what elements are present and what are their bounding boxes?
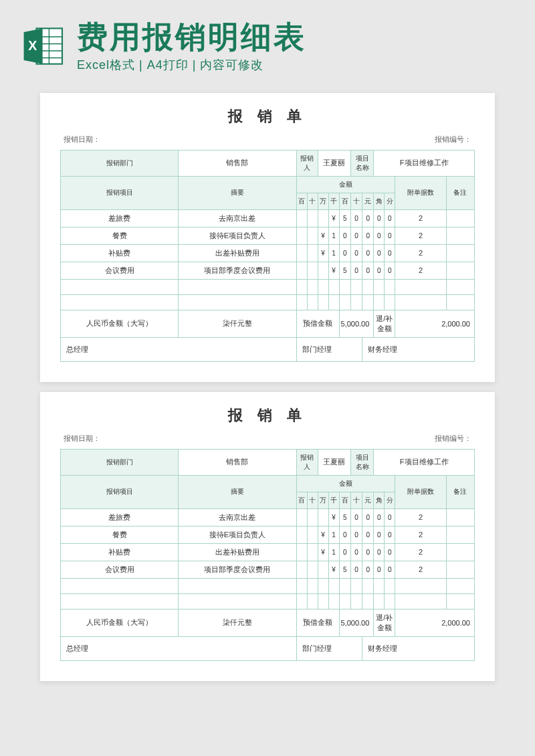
digit-cell: 0 — [362, 508, 374, 526]
summary-cell: 项目部季度会议费用 — [179, 262, 296, 279]
digit-h: 分 — [385, 492, 395, 508]
item-cell: 差旅费 — [61, 209, 179, 227]
digit-h: 千 — [328, 492, 339, 508]
amount-header: 金额 — [296, 176, 395, 193]
digit-cell: 0 — [362, 209, 374, 227]
digit-cell — [307, 244, 318, 262]
page-header: X 费用报销明细表 Excel格式 | A4打印 | 内容可修改 — [0, 0, 535, 83]
digit-h: 百 — [339, 492, 350, 508]
sign-gm: 总经理 — [61, 636, 297, 660]
total-words: 柒仟元整 — [179, 310, 296, 337]
digit-cell: 0 — [350, 209, 362, 227]
form-title: 报 销 单 — [60, 405, 475, 426]
amount-header: 金额 — [296, 475, 395, 492]
attach-cell: 2 — [395, 227, 446, 244]
project-value: F项目维修工作 — [374, 150, 475, 176]
digit-cell — [307, 262, 318, 279]
digit-cell: 0 — [374, 543, 385, 561]
digit-cell: 1 — [328, 526, 339, 543]
item-cell: 会议费用 — [61, 262, 179, 279]
digit-cell: ¥ — [328, 508, 339, 526]
date-label: 报销日期： — [64, 434, 100, 444]
summary-cell: 接待E项目负责人 — [179, 526, 296, 543]
digit-cell: 0 — [350, 508, 362, 526]
project-label: 项目名称 — [350, 150, 374, 176]
digit-cell — [296, 227, 307, 244]
digit-cell — [318, 508, 328, 526]
digit-cell — [296, 508, 307, 526]
table-row: 差旅费去南京出差¥500002 — [61, 209, 475, 227]
digit-cell: ¥ — [328, 262, 339, 279]
digit-cell: 0 — [374, 227, 385, 244]
refund-label: 退/补金额 — [374, 609, 395, 636]
form-title: 报 销 单 — [60, 106, 475, 126]
summary-cell: 去南京出差 — [179, 209, 296, 227]
item-cell: 会议费用 — [61, 561, 179, 578]
project-label: 项目名称 — [350, 449, 374, 475]
digit-cell: 0 — [385, 508, 395, 526]
digit-cell: 0 — [350, 526, 362, 543]
digit-cell: 0 — [350, 244, 362, 262]
advance-label: 预借金额 — [296, 310, 339, 337]
digit-cell: ¥ — [318, 543, 328, 561]
digit-cell: 0 — [385, 526, 395, 543]
attach-header: 附单据数 — [395, 475, 446, 508]
item-header: 报销项目 — [61, 475, 179, 508]
digit-cell — [307, 508, 318, 526]
digit-cell: ¥ — [318, 227, 328, 244]
person-label: 报销人 — [296, 150, 318, 176]
digit-cell: 0 — [339, 526, 350, 543]
digit-cell — [296, 526, 307, 543]
digit-cell — [296, 561, 307, 578]
digit-h: 元 — [362, 492, 374, 508]
digit-cell: 5 — [339, 561, 350, 578]
digit-h: 十 — [350, 193, 362, 209]
summary-header: 摘要 — [179, 176, 296, 209]
remark-cell — [446, 543, 474, 561]
digit-cell: ¥ — [318, 526, 328, 543]
digit-cell: 0 — [339, 244, 350, 262]
table-row: 补贴费出差补贴费用¥1000002 — [61, 244, 475, 262]
digit-cell: 0 — [362, 526, 374, 543]
remark-cell — [446, 262, 474, 279]
digit-cell — [307, 227, 318, 244]
remark-cell — [446, 561, 474, 578]
digit-cell: 0 — [350, 561, 362, 578]
dept-value: 销售部 — [179, 150, 296, 176]
digit-h: 角 — [374, 193, 385, 209]
digit-cell: 0 — [350, 262, 362, 279]
item-cell: 餐费 — [61, 227, 179, 244]
dept-value: 销售部 — [179, 449, 296, 475]
digit-h: 百 — [339, 193, 350, 209]
digit-cell: 5 — [339, 262, 350, 279]
digit-h: 十 — [307, 492, 318, 508]
sign-fm: 财务经理 — [362, 337, 475, 361]
digit-cell — [318, 209, 328, 227]
digit-h: 百 — [296, 193, 307, 209]
digit-h: 十 — [350, 492, 362, 508]
attach-cell: 2 — [395, 244, 446, 262]
digit-cell: 0 — [385, 227, 395, 244]
advance-value: 5,000.00 — [339, 310, 374, 337]
digit-cell: 1 — [328, 227, 339, 244]
expense-form: 报 销 单 报销日期： 报销编号： 报销部门 销售部 报销人 王夏丽 项目名称 … — [40, 392, 495, 681]
digit-cell: 0 — [385, 244, 395, 262]
table-row: 会议费用项目部季度会议费用¥500002 — [61, 262, 475, 279]
remark-cell — [446, 209, 474, 227]
sign-fm: 财务经理 — [362, 636, 475, 660]
date-label: 报销日期： — [64, 134, 100, 145]
dept-label: 报销部门 — [61, 150, 179, 176]
attach-cell: 2 — [395, 526, 446, 543]
digit-cell: 0 — [385, 209, 395, 227]
digit-cell — [307, 209, 318, 227]
digit-cell: ¥ — [328, 561, 339, 578]
digit-cell: 0 — [339, 543, 350, 561]
total-words: 柒仟元整 — [179, 609, 296, 636]
digit-cell: 0 — [374, 209, 385, 227]
project-value: F项目维修工作 — [374, 449, 475, 475]
digit-cell: 0 — [362, 244, 374, 262]
digit-cell: 0 — [374, 508, 385, 526]
sign-dm: 部门经理 — [296, 636, 362, 660]
table-row: 补贴费出差补贴费用¥1000002 — [61, 543, 475, 561]
digit-cell: 0 — [362, 543, 374, 561]
